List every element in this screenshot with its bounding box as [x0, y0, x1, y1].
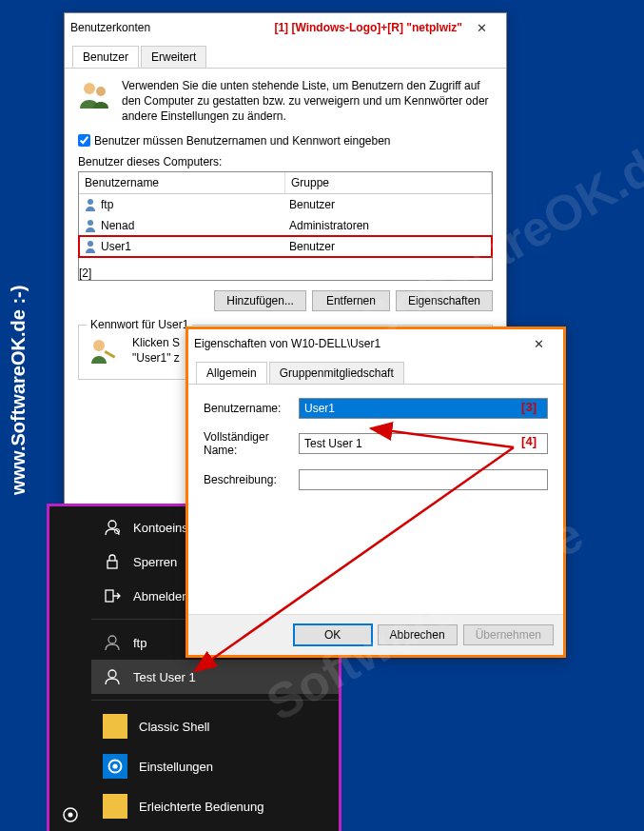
item-label: Einstellungen: [139, 760, 213, 774]
tabs: Allgemein Gruppenmitgliedschaft: [188, 358, 563, 385]
folder-icon: [103, 794, 127, 819]
ok-button[interactable]: OK: [294, 624, 372, 645]
close-button[interactable]: ✕: [462, 15, 500, 40]
item-label: Classic Shell: [139, 720, 209, 734]
key-icon: [88, 335, 123, 369]
cell: Benutzer: [285, 197, 492, 212]
pw-text: Klicken S "User1" z: [132, 335, 180, 369]
apply-button[interactable]: Übernehmen: [463, 624, 554, 645]
user-icon: [103, 633, 122, 652]
item-label: Sperren: [133, 555, 177, 569]
username-field[interactable]: User1: [299, 398, 548, 419]
password-legend: Kennwort für User1: [87, 318, 192, 331]
item-label: Abmelden: [133, 589, 189, 603]
require-password-checkbox[interactable]: [78, 134, 90, 147]
annotation-2: [2]: [79, 267, 91, 280]
titlebar[interactable]: Eigenschaften von W10-DELL\User1 ✕: [188, 329, 563, 358]
svg-point-15: [108, 636, 116, 643]
item-label: Test User 1: [133, 670, 196, 684]
lock-icon: [103, 552, 122, 571]
remove-button[interactable]: Entfernen: [312, 290, 390, 311]
description-label: Beschreibung:: [204, 473, 299, 486]
tab-advanced[interactable]: Erweitert: [141, 46, 206, 68]
svg-point-1: [96, 87, 106, 96]
app-excel[interactable]: X Excel: [91, 826, 339, 831]
annotation-1: [1] [Windows-Logo]+[R] "netplwiz": [274, 21, 462, 34]
annotation-3: [3]: [521, 400, 537, 414]
description-text: Verwenden Sie die unten stehende Liste, …: [122, 78, 493, 125]
svg-point-2: [88, 199, 93, 205]
list-row[interactable]: ftp Benutzer: [79, 194, 492, 215]
list-label: Benutzer dieses Computers:: [78, 155, 493, 168]
list-row[interactable]: Nenad Administratoren: [79, 215, 492, 236]
username-label: Benutzername:: [204, 402, 299, 415]
col-group[interactable]: Gruppe: [285, 172, 492, 193]
tabs: Benutzer Erweitert: [65, 42, 506, 69]
app-ease-of-access[interactable]: Erleichterte Bedienung: [91, 786, 339, 826]
col-username[interactable]: Benutzername: [79, 172, 285, 193]
user-icon: [83, 197, 98, 212]
description-field[interactable]: [299, 469, 548, 490]
svg-point-0: [84, 83, 95, 94]
add-button[interactable]: Hinzufügen...: [214, 290, 306, 311]
item-label: Erleichterte Bedienung: [139, 800, 264, 814]
svg-point-16: [108, 670, 116, 678]
settings-icon[interactable]: [61, 805, 80, 824]
tab-general[interactable]: Allgemein: [196, 362, 267, 384]
svg-rect-14: [106, 590, 113, 602]
svg-rect-13: [107, 561, 117, 568]
user-icon: [103, 667, 122, 686]
cell: User1: [101, 240, 131, 253]
tab-group-membership[interactable]: Gruppenmitgliedschaft: [269, 362, 404, 384]
start-left-bar: [49, 506, 91, 831]
svg-point-3: [88, 220, 93, 226]
tab-users[interactable]: Benutzer: [72, 46, 139, 68]
titlebar[interactable]: Benutzerkonten [1] [Windows-Logo]+[R] "n…: [65, 13, 506, 42]
properties-button[interactable]: Eigenschaften: [396, 290, 493, 311]
user-testuser1[interactable]: Test User 1: [91, 660, 339, 694]
checkbox-label: Benutzer müssen Benutzernamen und Kennwo…: [94, 134, 391, 148]
cancel-button[interactable]: Abbrechen: [378, 624, 458, 645]
cell: Nenad: [101, 219, 134, 232]
user-list[interactable]: Benutzername Gruppe ftp Benutzer Nenad A…: [78, 171, 493, 281]
signout-icon: [103, 586, 122, 605]
svg-rect-6: [105, 350, 116, 359]
app-classic-shell[interactable]: Classic Shell: [91, 706, 339, 746]
svg-point-5: [93, 340, 105, 351]
cell: Administratoren: [285, 218, 492, 233]
cell: ftp: [101, 198, 113, 211]
fullname-label: Vollständiger Name:: [204, 430, 299, 458]
folder-icon: [103, 714, 127, 739]
cell: Benutzer: [285, 239, 492, 254]
close-button[interactable]: ✕: [519, 331, 557, 356]
user-icon: [83, 218, 98, 233]
users-icon: [78, 78, 112, 112]
list-row-selected[interactable]: User1 Benutzer: [79, 236, 492, 257]
svg-point-4: [88, 241, 93, 247]
account-icon: [103, 518, 122, 537]
gear-tile-icon: [103, 754, 127, 779]
app-settings[interactable]: Einstellungen: [91, 746, 339, 786]
dialog-title: Benutzerkonten: [70, 21, 274, 34]
user-icon: [83, 239, 98, 254]
properties-dialog: Eigenschaften von W10-DELL\User1 ✕ Allge…: [185, 326, 566, 658]
svg-point-11: [108, 521, 116, 528]
fullname-field[interactable]: Test User 1: [299, 433, 548, 454]
svg-point-8: [68, 813, 73, 818]
item-label: ftp: [133, 636, 146, 650]
svg-point-18: [112, 763, 117, 768]
side-branding-text: www.SoftwareOK.de :-): [8, 286, 29, 495]
dialog-title: Eigenschaften von W10-DELL\User1: [194, 337, 519, 350]
annotation-4: [4]: [521, 434, 537, 448]
separator: [91, 700, 339, 701]
